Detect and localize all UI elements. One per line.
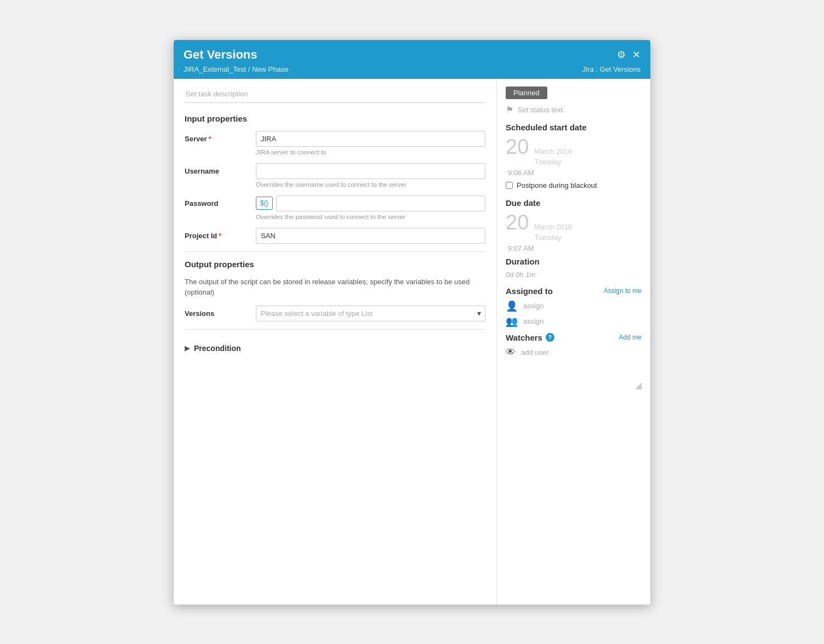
precondition-label: Precondition (194, 344, 241, 353)
password-hint: Overrides the password used to connect t… (256, 214, 485, 220)
watchers-section: Watchers ? Add me (506, 333, 642, 342)
server-hint: JIRA server to connect to (256, 149, 485, 156)
due-date-row: 20 March 2018 Tuesday (506, 212, 642, 243)
group-user-icon: 👥 (506, 315, 518, 327)
variable-button[interactable]: ${} (256, 197, 273, 210)
assignee2-text[interactable]: assign (523, 317, 544, 325)
output-description: The output of the script can be stored i… (185, 277, 485, 298)
username-field-row: Username Overrides the username used to … (185, 163, 485, 188)
status-badge[interactable]: Planned (506, 87, 547, 99)
dialog: Get Versions ⚙ ✕ JIRA_External_Test / Ne… (174, 40, 650, 605)
server-field-row: Server* JIRA server to connect to (185, 131, 485, 156)
scheduled-start-date-row: 20 March 2018 Tuesday (506, 136, 642, 168)
project-id-field-row: Project Id* (185, 228, 485, 244)
section-divider (185, 251, 485, 252)
scheduled-start-day: 20 (506, 136, 529, 157)
username-field-wrap: Overrides the username used to connect t… (256, 163, 485, 188)
assignee2-row: 👥 assign (506, 315, 642, 327)
username-hint: Overrides the username used to connect t… (256, 181, 485, 188)
project-id-label: Project Id* (185, 228, 256, 240)
header-actions: ⚙ ✕ (617, 49, 640, 61)
project-id-field-wrap (256, 228, 485, 244)
duration-title: Duration (506, 257, 642, 266)
password-field-wrap: ${} Overrides the password used to conne… (256, 196, 485, 220)
versions-label: Versions (185, 306, 256, 318)
watchers-title-wrap: Watchers ? (506, 333, 554, 342)
assigned-section: Assigned to Assign to me (506, 286, 642, 296)
scheduled-start-time: 9:06 AM (508, 169, 642, 177)
flag-icon: ⚑ (506, 105, 513, 115)
versions-select[interactable]: Please select a variable of type List (256, 306, 485, 321)
server-field-wrap: JIRA server to connect to (256, 131, 485, 156)
scheduled-start-detail: March 2018 Tuesday (534, 146, 572, 168)
project-id-required: * (219, 232, 221, 240)
username-input[interactable] (256, 163, 485, 179)
scheduled-start-title: Scheduled start date (506, 123, 642, 132)
watchers-help-icon[interactable]: ? (546, 333, 554, 342)
assignee1-text[interactable]: assign (523, 302, 544, 310)
assign-to-me-link[interactable]: Assign to me (604, 287, 642, 295)
resize-handle-icon: ◢ (635, 381, 642, 390)
password-input[interactable] (276, 196, 485, 211)
main-panel: Input properties Server* JIRA server to … (174, 79, 497, 605)
assignee1-row: 👤 assign (506, 300, 642, 312)
watcher-row: 👁 add user (506, 347, 642, 358)
plugin-label: Jira : Get Versions (582, 65, 640, 73)
output-section-title: Output properties (185, 260, 485, 269)
postpone-label: Postpone during blackout (517, 181, 597, 189)
due-date-time: 9:07 AM (508, 244, 642, 252)
due-date-day: 20 (506, 212, 529, 233)
side-panel-inner: Planned ⚑ Set status text Scheduled star… (506, 87, 642, 390)
precondition-arrow-icon: ▶ (185, 344, 190, 352)
password-field-row: Password ${} Overrides the password used… (185, 196, 485, 220)
status-text-input[interactable]: Set status text (518, 106, 563, 114)
task-description-input[interactable] (185, 88, 485, 103)
server-label: Server* (185, 131, 256, 143)
header: Get Versions ⚙ ✕ JIRA_External_Test / Ne… (174, 40, 650, 79)
dialog-title: Get Versions (184, 48, 258, 62)
watchers-title: Watchers (506, 333, 542, 342)
add-me-link[interactable]: Add me (619, 334, 642, 341)
input-section-title: Input properties (185, 114, 485, 123)
postpone-checkbox[interactable] (506, 182, 513, 189)
assigned-to-title: Assigned to (506, 286, 553, 296)
postpone-row: Postpone during blackout (506, 181, 642, 189)
server-required: * (208, 135, 211, 143)
password-row: ${} (256, 196, 485, 211)
status-text-row: ⚑ Set status text (506, 105, 642, 115)
versions-select-wrap: Please select a variable of type List ▾ (256, 306, 485, 321)
versions-field-row: Versions Please select a variable of typ… (185, 306, 485, 321)
breadcrumb: JIRA_External_Test / New Phase (184, 65, 288, 73)
duration-value: 0d 0h 1m (506, 271, 642, 279)
side-panel: Planned ⚑ Set status text Scheduled star… (497, 79, 650, 605)
content: Input properties Server* JIRA server to … (174, 79, 650, 605)
watcher-icon: 👁 (506, 347, 516, 358)
precondition-section[interactable]: ▶ Precondition (185, 337, 485, 355)
due-date-detail: March 2018 Tuesday (534, 222, 572, 243)
due-date-title: Due date (506, 198, 642, 208)
settings-icon[interactable]: ⚙ (617, 49, 626, 61)
password-label: Password (185, 196, 256, 208)
username-label: Username (185, 163, 256, 175)
output-divider (185, 329, 485, 330)
project-id-input[interactable] (256, 228, 485, 244)
server-input[interactable] (256, 131, 485, 147)
add-user-text[interactable]: add user (521, 348, 549, 357)
single-user-icon: 👤 (506, 300, 518, 312)
close-icon[interactable]: ✕ (632, 49, 640, 61)
